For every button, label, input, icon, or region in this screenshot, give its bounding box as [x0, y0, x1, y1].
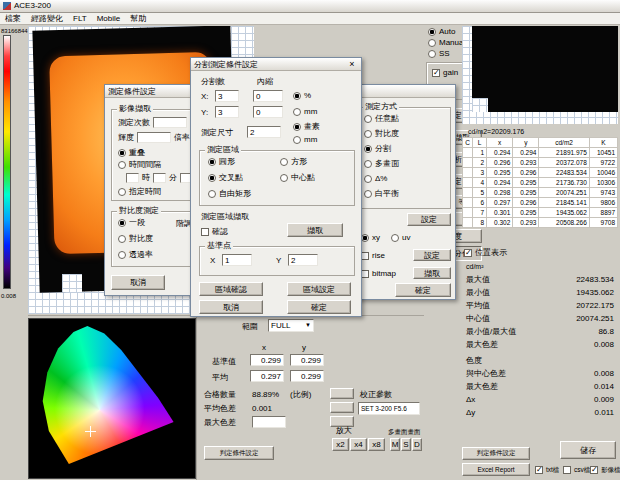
gain-checkbox[interactable]	[432, 69, 440, 77]
multi-d-button[interactable]: D	[412, 438, 422, 451]
measure-cancel-button[interactable]: 取消	[111, 275, 165, 290]
excel-report-button[interactable]: Excel Report	[462, 463, 530, 476]
area-cross-radio[interactable]	[208, 174, 216, 182]
bottom-judge-condition-button[interactable]: 判定條件設定	[204, 446, 274, 460]
uv-radio[interactable]	[391, 234, 399, 242]
interval-hour-input[interactable]	[126, 173, 139, 183]
judge-condition-button[interactable]: 判定條件設定	[462, 447, 530, 460]
close-icon[interactable]: ×	[346, 59, 358, 70]
method-ok-button[interactable]: 確定	[395, 283, 451, 297]
rise-checkbox[interactable]	[361, 252, 369, 260]
method-anypoint-radio[interactable]	[364, 115, 372, 123]
stat-label: 中心值	[466, 314, 490, 324]
reference-label: 基準值	[212, 357, 236, 367]
menu-mobile[interactable]: Mobile	[97, 14, 121, 23]
y-label: Y:	[201, 108, 208, 118]
measure-size-input[interactable]: 2	[247, 126, 281, 138]
one-step-radio[interactable]	[118, 219, 126, 227]
menu-file[interactable]: 檔案	[5, 13, 21, 24]
overlap-radio[interactable]	[118, 149, 126, 157]
bitmap-checkbox[interactable]	[361, 270, 369, 278]
luminance-input[interactable]	[137, 132, 171, 143]
rise-label: rise	[372, 251, 385, 261]
image-file-label: 影像檔	[601, 465, 620, 475]
csv-file-checkbox[interactable]	[563, 466, 571, 474]
zoom-x2-button[interactable]: x2	[332, 438, 349, 451]
save-button[interactable]: 儲存	[560, 441, 616, 459]
group-measure-method: 測定方式 任意點 對比度 分割 多畫面 Δ%	[357, 107, 451, 209]
split-cancel-button[interactable]: 取消	[199, 300, 263, 314]
specified-time-radio[interactable]	[118, 188, 126, 196]
measurement-table[interactable]: C L x y cd/m2 K 10.2940.29421891.9751045…	[462, 137, 618, 228]
x-division-input[interactable]: 3	[215, 90, 239, 102]
dialog-split-titlebar[interactable]: 分割測定條件設定 ×	[191, 58, 361, 71]
y-division-input[interactable]: 3	[215, 106, 239, 118]
menu-flt[interactable]: FLT	[73, 14, 87, 23]
multi-s-button[interactable]: S	[401, 438, 411, 451]
pixel-label: 畫素	[304, 122, 320, 132]
ss-radio[interactable]	[428, 50, 436, 58]
aux-button-2[interactable]	[330, 402, 354, 413]
bitmap-capture-button[interactable]: 擷取	[413, 267, 451, 279]
method-contrast-radio[interactable]	[364, 130, 372, 138]
method-delta-radio[interactable]	[364, 175, 372, 183]
manual-radio[interactable]	[428, 39, 436, 47]
method-set-button[interactable]: 設定	[407, 213, 451, 226]
stat-label: 最小值	[466, 288, 490, 298]
area-free-radio[interactable]	[208, 190, 216, 198]
area-square-radio[interactable]	[280, 158, 288, 166]
stat-value: 20722.175	[576, 301, 614, 311]
division-label: 分割數	[201, 77, 225, 87]
x-inner-input[interactable]: 0	[253, 90, 283, 102]
zoom-x4-button[interactable]: x4	[350, 438, 367, 451]
txt-file-checkbox[interactable]	[535, 466, 543, 474]
chroma-stat-row: 與中心色差 0.008	[466, 369, 614, 379]
col-cdm2: cd/m2	[539, 138, 589, 148]
region-confirm-button[interactable]: 區域確認	[199, 282, 263, 296]
calibration-label: 校正參數	[360, 390, 392, 400]
method-whitebalance-radio[interactable]	[364, 190, 372, 198]
size-mm-radio[interactable]	[293, 136, 301, 144]
interval-radio[interactable]	[118, 161, 126, 169]
rise-set-button[interactable]: 設定	[413, 249, 451, 261]
image-grid-notch	[62, 274, 82, 292]
confirm-label: 確認	[212, 227, 228, 237]
method-split-radio[interactable]	[364, 145, 372, 153]
base-y-input[interactable]: 2	[288, 254, 318, 266]
pass-count-label: 合格數量	[204, 390, 236, 400]
auto-radio[interactable]	[428, 28, 436, 36]
zoom-x8-button[interactable]: x8	[368, 438, 385, 451]
table-row: 80.3020.29320508.2669708	[463, 218, 618, 228]
region-set-button[interactable]: 區域設定	[287, 282, 351, 296]
xy-radio[interactable]	[361, 234, 369, 242]
percent-radio[interactable]	[293, 92, 301, 100]
multi-m-button[interactable]: M	[390, 438, 400, 451]
cie-diagram[interactable]	[28, 318, 196, 479]
menu-path-change[interactable]: 經路變化	[31, 13, 63, 24]
position-display-checkbox[interactable]	[464, 249, 472, 257]
confirm-checkbox[interactable]	[201, 228, 209, 236]
base-x-input[interactable]: 1	[222, 254, 252, 266]
pixel-radio[interactable]	[293, 123, 301, 131]
chevron-down-icon[interactable]: ▼	[305, 321, 311, 330]
image-file-checkbox[interactable]	[590, 466, 598, 474]
y-inner-input[interactable]: 0	[253, 106, 283, 118]
col-k: K	[589, 138, 617, 148]
thumbnail-camera-image	[472, 26, 618, 112]
method-multiscreen-radio[interactable]	[364, 160, 372, 168]
menu-help[interactable]: 幫助	[130, 13, 146, 24]
split-ok-button[interactable]: 確定	[287, 300, 351, 314]
measure-times-input[interactable]	[153, 117, 187, 128]
contrast-radio[interactable]	[118, 235, 126, 243]
thumbnail-image-view[interactable]	[462, 26, 618, 124]
transmittance-radio[interactable]	[118, 251, 126, 259]
chroma-stat-row: Δx 0.009	[466, 395, 614, 405]
range-select[interactable]: FULL ▼	[268, 319, 314, 332]
mm-radio[interactable]	[293, 108, 301, 116]
aux-button-1[interactable]	[330, 388, 354, 399]
stat-value: 0.009	[594, 395, 614, 405]
area-capture-button[interactable]: 擷取	[287, 223, 343, 237]
interval-min-input[interactable]	[153, 173, 166, 183]
area-center-radio[interactable]	[280, 174, 288, 182]
area-circle-radio[interactable]	[208, 158, 216, 166]
